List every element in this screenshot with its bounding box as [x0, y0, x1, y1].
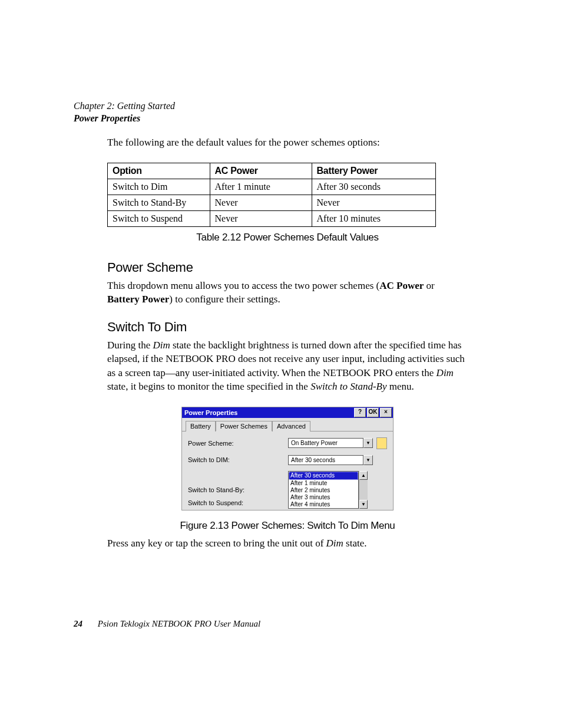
table-row: Switch to Dim After 1 minute After 30 se… [108, 179, 436, 195]
label-power-scheme: Power Scheme: [188, 440, 288, 447]
switch-dim-combo[interactable]: After 30 seconds ▼ [288, 455, 373, 465]
table-cell: Never [210, 195, 312, 211]
help-button[interactable]: ? [354, 408, 366, 417]
dropdown-item[interactable]: After 1 minute [289, 480, 358, 487]
dropdown-item[interactable]: After 4 minutes [289, 501, 358, 508]
chapter-label: Chapter 2: Getting Started [74, 100, 175, 113]
dim-dropdown-open[interactable]: After 30 seconds After 1 minute After 2 … [288, 471, 368, 509]
table-row: Switch to Suspend Never After 10 minutes [108, 211, 436, 227]
combo-value: On Battery Power [288, 438, 363, 448]
label-switch-dim: Switch to DIM: [188, 456, 288, 463]
section-label: Power Properties [74, 113, 175, 125]
power-properties-dialog: Power Properties ? OK × Battery Power Sc… [181, 407, 394, 510]
intro-text: The following are the default values for… [107, 137, 468, 149]
tab-row: Battery Power Schemes Advanced [182, 418, 393, 431]
body-text: Press any key or tap the screen to bring… [107, 536, 468, 550]
table-cell: After 1 minute [210, 179, 312, 195]
table-caption: Table 2.12 Power Schemes Default Values [107, 232, 468, 243]
battery-icon [376, 437, 387, 449]
combo-value: After 30 seconds [288, 455, 363, 465]
table-cell: Switch to Dim [108, 179, 210, 195]
scrollbar[interactable]: ▲ ▼ [359, 471, 368, 509]
dropdown-item[interactable]: After 30 seconds [289, 472, 358, 480]
table-row: Switch to Stand-By Never Never [108, 195, 436, 211]
scroll-down-icon[interactable]: ▼ [359, 500, 368, 509]
table-cell: After 30 seconds [312, 179, 435, 195]
heading-power-scheme: Power Scheme [107, 260, 468, 275]
table-header: Battery Power [312, 163, 435, 179]
table-cell: Never [312, 195, 435, 211]
table-header: Option [108, 163, 210, 179]
table-cell: Switch to Stand-By [108, 195, 210, 211]
footer-text: Psion Teklogix NETBOOK PRO User Manual [98, 619, 261, 628]
power-scheme-defaults-table: Option AC Power Battery Power Switch to … [107, 163, 436, 227]
page-footer: 24 Psion Teklogix NETBOOK PRO User Manua… [74, 619, 260, 629]
table-cell: After 10 minutes [312, 211, 435, 227]
tab-power-schemes[interactable]: Power Schemes [216, 421, 272, 431]
ok-button[interactable]: OK [367, 408, 379, 417]
tab-battery[interactable]: Battery [186, 421, 216, 431]
dialog-titlebar: Power Properties ? OK × [182, 407, 393, 418]
page-number: 24 [74, 619, 82, 629]
table-cell: Switch to Suspend [108, 211, 210, 227]
body-text: This dropdown menu allows you to access … [107, 279, 468, 307]
table-cell: Never [210, 211, 312, 227]
page-header: Chapter 2: Getting Started Power Propert… [74, 100, 175, 125]
close-button[interactable]: × [380, 408, 392, 417]
table-header: AC Power [210, 163, 312, 179]
label-switch-suspend: Switch to Suspend: [188, 499, 288, 506]
figure-caption: Figure 2.13 Power Schemes: Switch To Dim… [107, 520, 468, 532]
scroll-up-icon[interactable]: ▲ [359, 471, 368, 480]
scroll-track[interactable] [359, 480, 368, 500]
power-scheme-combo[interactable]: On Battery Power ▼ [288, 438, 373, 448]
heading-switch-to-dim: Switch To Dim [107, 319, 468, 335]
chevron-down-icon[interactable]: ▼ [363, 438, 373, 448]
dialog-title: Power Properties [183, 409, 353, 416]
label-switch-standby: Switch to Stand-By: [188, 486, 288, 493]
body-text: During the Dim state the backlight brigh… [107, 338, 468, 394]
dropdown-item[interactable]: After 3 minutes [289, 494, 358, 501]
chevron-down-icon[interactable]: ▼ [363, 455, 373, 465]
dropdown-item[interactable]: After 2 minutes [289, 487, 358, 494]
dropdown-list[interactable]: After 30 seconds After 1 minute After 2 … [288, 471, 359, 509]
tab-advanced[interactable]: Advanced [272, 421, 310, 431]
